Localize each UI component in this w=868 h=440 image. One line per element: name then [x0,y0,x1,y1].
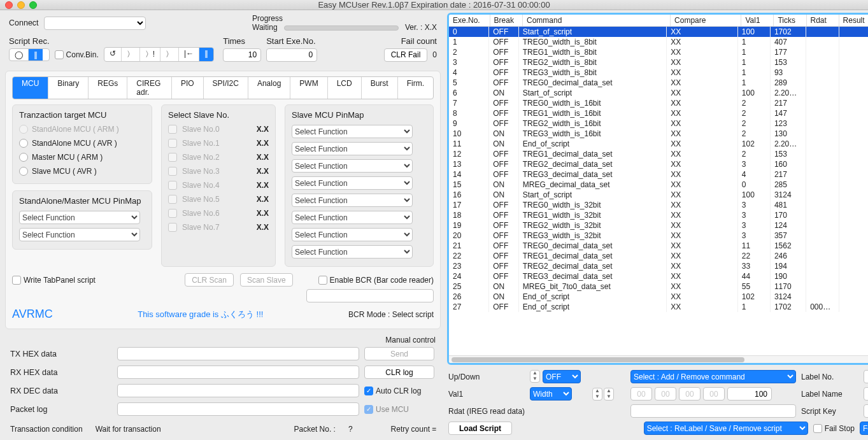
clr-log-button[interactable]: CLR log [364,365,434,379]
slave-row[interactable]: Slave No.4X.X [168,181,269,190]
col-compare[interactable]: Compare [671,15,741,27]
table-row[interactable]: 14OFFTREG3_decimal_data_setXX4217 [449,169,868,180]
times-input[interactable] [223,48,261,62]
slave-pinmap-select[interactable]: Select Function [292,211,413,224]
table-row[interactable]: 2OFFTREG1_width_is_8bitXX1177 [449,47,868,57]
table-row[interactable]: 18OFFTREG1_width_is_32bitXX3170 [449,210,868,220]
step2-icon[interactable]: 〉 [160,48,179,61]
tab-lcd[interactable]: LCD [328,77,362,99]
table-row[interactable]: 0OFFStart_of_scriptXX1001702 [449,27,868,37]
slave-pinmap-select[interactable]: Select Function [292,125,413,138]
table-row[interactable]: 1OFFTREG0_width_is_8bitXX1407 [449,37,868,47]
maximize-icon[interactable] [29,1,37,9]
tab-burst[interactable]: Burst [362,77,398,99]
step-break-icon[interactable]: 〉! [140,48,160,61]
minimize-icon[interactable] [17,1,25,9]
table-row[interactable]: 10ONTREG3_width_is_16bitXX2130 [449,129,868,139]
slave-row[interactable]: Slave No.2X.X [168,153,269,162]
tab-pio[interactable]: PIO [172,77,204,99]
ghost-4[interactable] [703,387,725,401]
tab-mcu[interactable]: MCU [13,77,48,99]
val1-stepper-2[interactable]: ▲▼ [604,388,614,401]
col-result[interactable]: Result [839,15,868,27]
ghost-3[interactable] [679,387,701,401]
auto-clr-checkbox[interactable]: ✓ [364,387,373,395]
step-icon[interactable]: 〉 [122,48,140,61]
ghost-1[interactable] [630,387,652,401]
table-row[interactable]: 5OFFTREG0_decimal_data_setXX1289 [449,78,868,88]
rdat-input[interactable] [630,404,796,418]
col-command[interactable]: Command [523,15,671,27]
rewind-icon[interactable]: ↺ [104,48,122,61]
connect-select[interactable] [44,17,146,30]
script-table[interactable]: Exe.No.BreakCommandCompareVal1TicksRdatR… [447,13,868,365]
table-row[interactable]: 23OFFTREG2_decimal_data_setXX33194 [449,261,868,271]
tab-analog[interactable]: Analog [248,77,290,99]
send-button[interactable]: Send [364,347,434,360]
goto-start-icon[interactable]: |← [179,48,199,61]
load-script-button[interactable]: Load Script [448,422,512,435]
width-select[interactable]: Width [530,387,572,401]
slave-row[interactable]: Slave No.5X.X [168,195,269,204]
table-row[interactable]: 15ONMREG_decimal_data_setXX0285 [449,180,868,190]
tab-firm[interactable]: Firm. [398,77,433,99]
rx-hex-input[interactable] [117,365,359,379]
close-icon[interactable] [5,1,13,9]
val1-stepper-1[interactable]: ▲▼ [592,388,602,401]
rx-dec-input[interactable] [117,384,359,397]
slave-row[interactable]: Slave No.6X.X [168,209,269,218]
slave-row[interactable]: Slave No.1X.X [168,139,269,148]
bcr-input[interactable] [306,289,434,302]
tab-pwm[interactable]: PWM [290,77,327,99]
tab-binary[interactable]: Binary [48,77,89,99]
col-ticks[interactable]: Ticks [774,15,806,27]
col-rdat[interactable]: Rdat [806,15,839,27]
step-controls[interactable]: ↺ 〉 〉! 〉 |← ‖ [104,47,214,62]
table-row[interactable]: 6ONStart_of_scriptXX1002.20… [449,88,868,98]
table-row[interactable]: 25ONMREG_bit_7to0_data_setXX551170 [449,281,868,292]
off-select[interactable]: OFF [543,370,581,383]
tab-spii2c[interactable]: SPI/I2C [204,77,248,99]
tx-hex-input[interactable] [117,347,359,360]
convbin-checkbox[interactable] [55,50,64,59]
table-row[interactable]: 8OFFTREG1_width_is_16bitXX2147 [449,108,868,118]
packet-log-input[interactable] [117,402,359,416]
record-segment[interactable]: ◯ ‖ [9,48,50,61]
col-val1[interactable]: Val1 [741,15,774,27]
table-row[interactable]: 19OFFTREG2_width_is_32bitXX3124 [449,220,868,231]
col-exeno[interactable]: Exe.No. [449,15,490,27]
col-break[interactable]: Break [490,15,522,27]
master-pinmap-select-1[interactable]: Select Function [19,211,140,224]
script-key-input[interactable] [864,404,868,418]
table-row[interactable]: 9OFFTREG2_width_is_16bitXX2123 [449,118,868,129]
tab-ciregadr[interactable]: CIREG adr. [127,77,172,99]
table-row[interactable]: 20OFFTREG3_width_is_32bitXX3357 [449,231,868,241]
table-row[interactable]: 27OFFEnd_of_scriptXX11702000… [449,302,868,312]
master-pinmap-select-2[interactable]: Select Function [19,228,140,241]
horizontal-scrollbar[interactable] [449,355,868,363]
scan-slave-button[interactable]: Scan Slave [240,273,293,287]
add-remove-select[interactable]: Select : Add / Remove command [630,370,796,383]
target-radio[interactable]: StandAlone MCU ( ARM ) [19,125,145,134]
pause-icon[interactable]: ‖ [29,49,43,60]
table-row[interactable]: 17OFFTREG0_width_is_32bitXX3481 [449,200,868,210]
target-radio[interactable]: StandAlone MCU ( AVR ) [19,139,145,148]
slave-pinmap-select[interactable]: Select Function [292,228,413,241]
avrmc-link[interactable]: AVRMC [12,308,53,321]
for-allowed-select[interactable]: For allowed [860,422,868,435]
write-tab-checkbox[interactable] [12,276,21,285]
table-row[interactable]: 3OFFTREG2_width_is_8bitXX1153 [449,57,868,67]
ghost-2[interactable] [655,387,676,401]
slave-pinmap-select[interactable]: Select Function [292,245,413,259]
updown-stepper[interactable]: ▲▼ [530,370,540,383]
start-exe-input[interactable] [266,48,317,62]
table-row[interactable]: 26ONEnd_of_scriptXX1023124 [449,292,868,302]
pause2-icon[interactable]: ‖ [199,48,213,61]
slave-row[interactable]: Slave No.0X.X [168,125,269,134]
target-radio[interactable]: Slave MCU ( AVR ) [19,167,145,176]
record-icon[interactable]: ◯ [10,49,29,60]
val1-input[interactable] [727,387,772,401]
table-row[interactable]: 16ONStart_of_scriptXX1003124 [449,190,868,200]
slave-pinmap-select[interactable]: Select Function [292,194,413,207]
relabel-select[interactable]: Select : ReLabel / Save / Remove script [644,422,808,435]
